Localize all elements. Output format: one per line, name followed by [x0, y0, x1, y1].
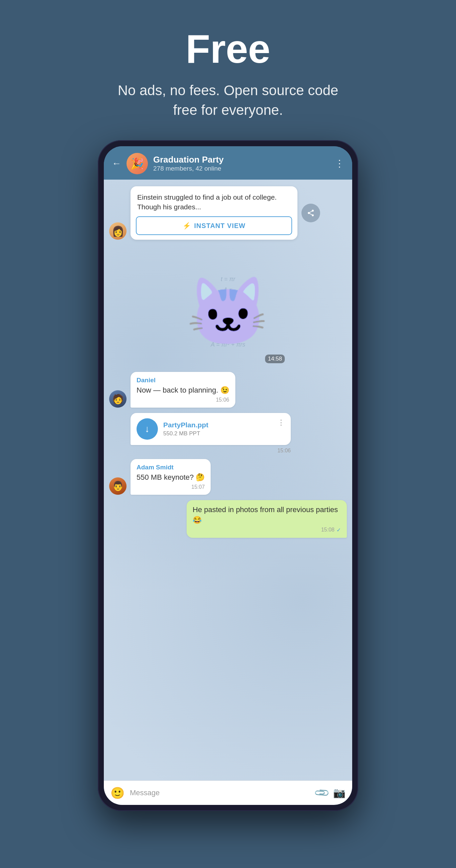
daniel-message-row: 🧑 Daniel Now — back to planning. 😉 15:06	[109, 372, 347, 408]
message-placeholder: Message	[130, 788, 159, 797]
adam-message-row: 👨 Adam Smidt 550 MB keynote? 🤔 15:07	[109, 459, 347, 495]
file-more-button[interactable]: ⋮	[277, 418, 285, 427]
adam-sender-name: Adam Smidt	[136, 464, 205, 471]
instant-view-button[interactable]: ⚡ INSTANT VIEW	[136, 216, 292, 235]
sticker-container: t = πr A = V = l² P = 2πr A = πr² s = √(…	[164, 255, 292, 369]
hero-section: Free No ads, no fees. Open source code f…	[98, 0, 358, 140]
daniel-time: 15:06	[216, 397, 229, 403]
sticker-area: t = πr A = V = l² P = 2πr A = πr² s = √(…	[109, 245, 347, 372]
emoji-button[interactable]: 🙂	[111, 786, 124, 800]
more-button[interactable]: ⋮	[335, 158, 344, 169]
own-time-row: 15:08 ✓	[193, 527, 341, 533]
file-time-row: 15:06	[130, 448, 291, 454]
own-message-row: He pasted in photos from all previous pa…	[109, 500, 347, 538]
article-bubble-container: Einstein struggled to find a job out of …	[130, 186, 298, 240]
lightning-icon: ⚡	[183, 222, 191, 230]
attach-button[interactable]: 📎	[313, 784, 330, 801]
adam-bubble: Adam Smidt 550 MB keynote? 🤔 15:07	[130, 459, 211, 495]
hero-subtitle: No ads, no fees. Open source code free f…	[111, 81, 345, 120]
group-avatar: 🎉	[126, 153, 148, 174]
avatar-daniel: 🧑	[109, 390, 126, 408]
share-button[interactable]	[301, 204, 320, 222]
input-bar: 🙂 Message 📎 📷	[104, 780, 352, 805]
file-name: PartyPlan.ppt	[163, 421, 272, 429]
group-name: Graduation Party	[153, 155, 330, 165]
article-bubble: Einstein struggled to find a job out of …	[130, 186, 298, 240]
own-bubble: He pasted in photos from all previous pa…	[187, 500, 347, 538]
file-bubble-wrapper: ↓ PartyPlan.ppt 550.2 MB PPT ⋮ 15:06	[130, 413, 291, 454]
adam-time: 15:07	[191, 484, 205, 490]
avatar-female: 👩	[109, 222, 126, 240]
chat-body: 👩 Einstein struggled to find a job out o…	[104, 180, 352, 780]
phone-inner: ← 🎉 Graduation Party 278 members, 42 onl…	[104, 146, 352, 805]
file-info: PartyPlan.ppt 550.2 MB PPT	[163, 421, 272, 437]
file-bubble: ↓ PartyPlan.ppt 550.2 MB PPT ⋮	[130, 413, 291, 445]
own-time: 15:08	[321, 527, 334, 533]
message-input[interactable]: Message	[130, 788, 310, 797]
group-meta: 278 members, 42 online	[153, 165, 330, 172]
chat-header: ← 🎉 Graduation Party 278 members, 42 onl…	[104, 146, 352, 180]
own-message-text: He pasted in photos from all previous pa…	[193, 505, 341, 525]
back-button[interactable]: ←	[112, 158, 121, 169]
article-message-row: 👩 Einstein struggled to find a job out o…	[109, 186, 347, 240]
download-button[interactable]: ↓	[136, 418, 158, 440]
phone-outer: ← 🎉 Graduation Party 278 members, 42 onl…	[98, 140, 358, 811]
article-text: Einstein struggled to find a job out of …	[130, 186, 298, 217]
share-icon	[307, 209, 315, 217]
file-message-row: ↓ PartyPlan.ppt 550.2 MB PPT ⋮ 15:06	[109, 413, 347, 454]
cat-sticker: 🐱	[164, 255, 292, 369]
tick-icon: ✓	[336, 527, 341, 533]
daniel-time-row: 15:06	[136, 397, 229, 403]
instant-view-label: INSTANT VIEW	[194, 222, 246, 230]
hero-title: Free	[111, 27, 345, 71]
daniel-sender-name: Daniel	[136, 377, 229, 384]
phone-wrapper: ← 🎉 Graduation Party 278 members, 42 onl…	[98, 140, 358, 811]
avatar-adam: 👨	[109, 477, 126, 495]
daniel-bubble: Daniel Now — back to planning. 😉 15:06	[130, 372, 235, 408]
adam-time-row: 15:07	[136, 484, 205, 490]
adam-message-text: 550 MB keynote? 🤔	[136, 472, 205, 483]
daniel-message-text: Now — back to planning. 😉	[136, 385, 229, 396]
camera-button[interactable]: 📷	[333, 787, 345, 799]
file-size: 550.2 MB PPT	[163, 430, 272, 437]
group-info: Graduation Party 278 members, 42 online	[153, 155, 330, 172]
file-time: 15:06	[277, 448, 291, 454]
